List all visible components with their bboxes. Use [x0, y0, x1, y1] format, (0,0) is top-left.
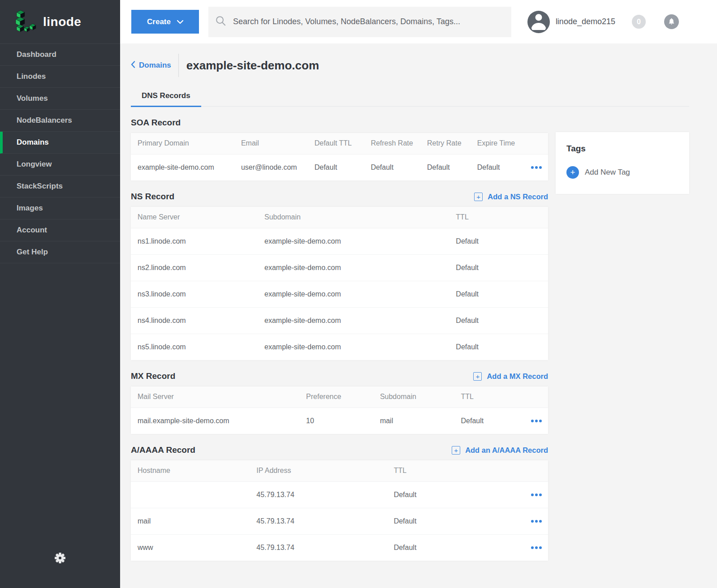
table-cell: 45.79.13.74 — [250, 534, 387, 561]
column-header: TTL — [387, 460, 521, 481]
table-cell: Default — [420, 154, 471, 180]
global-search — [208, 7, 511, 37]
row-actions-button[interactable] — [528, 492, 544, 498]
breadcrumb: Domains example-site-demo.com — [131, 53, 689, 78]
table-header-row: Name ServerSubdomainTTL — [131, 207, 548, 228]
column-header: Preference — [299, 386, 373, 408]
column-header-actions — [521, 386, 548, 408]
username-label[interactable]: linode_demo215 — [556, 17, 615, 26]
plus-square-icon: + — [452, 446, 460, 455]
table-row: mail45.79.13.74Default — [131, 508, 548, 534]
table-row: ns1.linode.comexample-site-demo.comDefau… — [131, 228, 548, 254]
section-title: A/AAAA Record — [131, 445, 195, 455]
sidebar-item-label: Longview — [17, 160, 52, 169]
ns-record-table: Name ServerSubdomainTTL ns1.linode.comex… — [131, 207, 548, 360]
columns: SOA Record Primary DomainEmailDefault TT… — [131, 107, 689, 561]
table-cell-actions — [521, 481, 548, 508]
table-cell: Default — [387, 508, 521, 534]
table-cell: Default — [387, 534, 521, 561]
main-area: Create linode_demo215 0 — [120, 0, 717, 588]
section-title: MX Record — [131, 371, 175, 381]
table-cell: ns3.linode.com — [131, 281, 258, 307]
column-header-actions — [521, 133, 548, 154]
plus-square-icon: + — [474, 193, 483, 201]
section-ns-record: NS Record + Add a NS Record Name ServerS… — [131, 192, 548, 360]
column-header: TTL — [449, 207, 548, 228]
sidebar-item-label: NodeBalancers — [17, 116, 72, 125]
column-header: Email — [234, 133, 308, 154]
table-cell: example-site-demo.com — [131, 154, 234, 180]
a-record-table: HostnameIP AddressTTL 45.79.13.74Default… — [131, 460, 548, 561]
table-cell: 45.79.13.74 — [250, 481, 387, 508]
user-avatar[interactable] — [527, 11, 550, 33]
table-cell-actions — [521, 408, 548, 434]
search-input[interactable] — [227, 7, 511, 37]
notifications-button[interactable] — [664, 14, 679, 29]
table-cell: mail — [131, 508, 250, 534]
table-header-row: Primary DomainEmailDefault TTLRefresh Ra… — [131, 133, 548, 154]
pending-count-badge[interactable]: 0 — [632, 15, 646, 29]
sidebar-item-account[interactable]: Account — [0, 219, 120, 241]
column-header: Subdomain — [373, 386, 454, 408]
table-cell: www — [131, 534, 250, 561]
column-header: Subdomain — [258, 207, 449, 228]
row-actions-button[interactable] — [528, 164, 544, 171]
column-header: Hostname — [131, 460, 250, 481]
section-title: NS Record — [131, 192, 174, 202]
table-cell: Default — [449, 228, 548, 254]
chevron-down-icon — [177, 17, 183, 26]
create-button[interactable]: Create — [131, 10, 199, 34]
sidebar-item-stackscripts[interactable]: StackScripts — [0, 176, 120, 197]
sidebar-item-label: Domains — [17, 138, 49, 147]
brand-wordmark: linode — [43, 15, 81, 29]
sidebar-item-longview[interactable]: Longview — [0, 154, 120, 176]
add-mx-record-link[interactable]: + Add a MX Record — [473, 372, 548, 381]
table-cell: ns5.linode.com — [131, 334, 258, 360]
sidebar-item-label: Volumes — [17, 94, 48, 103]
breadcrumb-back-link[interactable]: Domains — [131, 61, 171, 70]
column-header-actions — [521, 460, 548, 481]
sidebar-item-linodes[interactable]: Linodes — [0, 66, 120, 88]
sidebar-item-domains[interactable]: Domains — [0, 132, 120, 154]
table-row: 45.79.13.74Default — [131, 481, 548, 508]
table-cell — [131, 481, 250, 508]
brand-logo[interactable]: linode — [0, 0, 120, 43]
gear-icon — [53, 551, 67, 567]
table-row: ns5.linode.comexample-site-demo.comDefau… — [131, 334, 548, 360]
sidebar-item-label: Account — [17, 226, 47, 235]
table-cell: example-site-demo.com — [258, 307, 449, 334]
add-new-tag-button[interactable]: + Add New Tag — [566, 166, 630, 179]
section-head: A/AAAA Record + Add an A/AAAA Record — [131, 445, 548, 455]
table-row: ns4.linode.comexample-site-demo.comDefau… — [131, 307, 548, 334]
topbar-right: linode_demo215 0 — [527, 11, 679, 33]
row-actions-button[interactable] — [528, 418, 544, 424]
linode-cubes-icon — [13, 9, 37, 34]
table-cell-actions — [521, 508, 548, 534]
chevron-left-icon — [131, 61, 135, 70]
table-cell: ns4.linode.com — [131, 307, 258, 334]
add-ns-record-link[interactable]: + Add a NS Record — [474, 193, 548, 201]
sidebar-item-nodebalancers[interactable]: NodeBalancers — [0, 110, 120, 132]
add-record-label: Add a NS Record — [488, 193, 548, 201]
row-actions-button[interactable] — [528, 545, 544, 551]
table-cell: Default — [454, 408, 522, 434]
table-row: example-site-demo.comuser@linode.comDefa… — [131, 154, 548, 180]
table-cell: ns2.linode.com — [131, 254, 258, 281]
sidebar-nav: DashboardLinodesVolumesNodeBalancersDoma… — [0, 43, 120, 263]
sidebar-item-volumes[interactable]: Volumes — [0, 88, 120, 110]
table-row: ns3.linode.comexample-site-demo.comDefau… — [131, 281, 548, 307]
sidebar-item-label: Images — [17, 204, 43, 213]
section-head: MX Record + Add a MX Record — [131, 371, 548, 381]
sidebar-item-get-help[interactable]: Get Help — [0, 241, 120, 263]
mx-record-table: Mail ServerPreferenceSubdomainTTL mail.e… — [131, 386, 548, 434]
soa-record-card: Primary DomainEmailDefault TTLRefresh Ra… — [131, 133, 548, 180]
column-header: Refresh Rate — [364, 133, 420, 154]
row-actions-button[interactable] — [528, 518, 544, 524]
add-a-record-link[interactable]: + Add an A/AAAA Record — [452, 446, 548, 455]
sidebar-item-images[interactable]: Images — [0, 197, 120, 219]
settings-button[interactable] — [0, 551, 120, 567]
table-cell: mail.example-site-demo.com — [131, 408, 299, 434]
sidebar-item-dashboard[interactable]: Dashboard — [0, 44, 120, 66]
tab-dns-records[interactable]: DNS Records — [131, 85, 201, 107]
table-cell: user@linode.com — [234, 154, 308, 180]
